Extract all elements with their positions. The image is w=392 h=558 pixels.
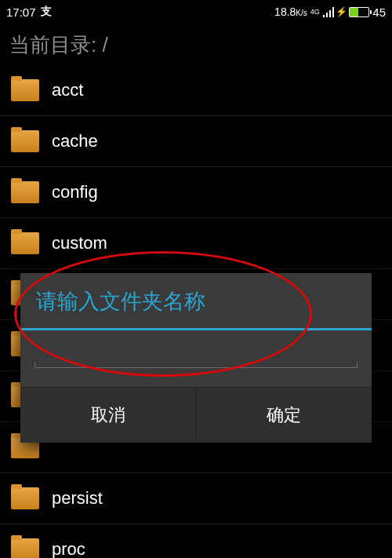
file-name: custom [52,233,107,253]
signal-icon [323,7,335,17]
battery-percent: 45 [372,5,386,19]
dialog-button-row: 取消 确定 [20,387,372,443]
folder-icon [11,130,39,152]
file-name: proc [52,539,85,558]
list-item[interactable]: config [0,167,392,218]
input-underline [34,367,358,368]
file-name: acct [52,80,83,100]
list-item[interactable]: persist [0,473,392,524]
folder-icon [11,79,39,101]
alipay-icon: 支 [41,5,52,19]
dialog-title: 请输入文件夹名称 [20,273,372,328]
list-item[interactable]: custom [0,218,392,269]
clock: 17:07 [6,5,36,19]
list-item[interactable]: proc [0,524,392,558]
folder-icon [11,538,39,558]
folder-icon [11,232,39,254]
cancel-button[interactable]: 取消 [20,388,197,443]
folder-icon [11,181,39,203]
list-item[interactable]: acct [0,65,392,116]
file-name: config [52,182,98,202]
battery-icon [349,7,369,17]
file-name: persist [52,488,103,509]
file-name: cache [52,131,98,151]
folder-name-input[interactable] [34,349,358,367]
network-speed: 18.8K/s [274,5,307,18]
list-item[interactable]: cache [0,116,392,167]
new-folder-dialog: 请输入文件夹名称 取消 确定 [20,273,372,443]
current-path: 当前目录: / [0,24,392,65]
charging-icon: ⚡ [336,6,347,17]
status-bar: 17:07 支 18.8K/s 4G ⚡ 45 [0,0,392,24]
ok-button[interactable]: 确定 [197,388,372,443]
folder-icon [11,487,39,509]
network-type: 4G [310,9,320,16]
